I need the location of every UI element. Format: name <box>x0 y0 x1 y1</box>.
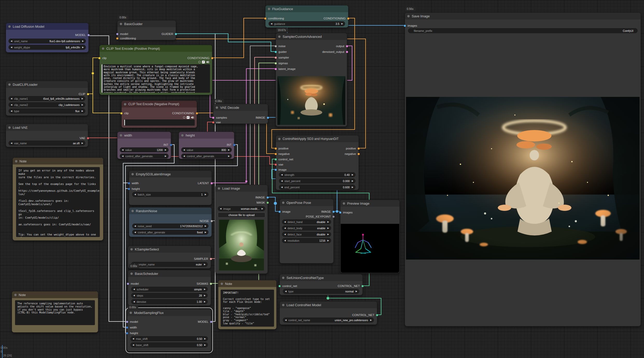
height-input-port[interactable]: height <box>128 187 140 191</box>
decrement-arrow-icon[interactable] <box>134 192 136 197</box>
port-dot-icon[interactable] <box>128 182 130 184</box>
increment-arrow-icon[interactable] <box>205 192 206 197</box>
decrement-arrow-icon[interactable] <box>122 154 123 158</box>
widget-control-after-generate[interactable]: control_after_generatefixed <box>132 230 208 235</box>
control-net-input-port[interactable]: control_net <box>278 284 297 288</box>
increment-arrow-icon[interactable] <box>327 226 329 230</box>
node-titlebar[interactable]: Load Image <box>215 185 268 192</box>
node-basic-guider[interactable]: BasicGuider model conditioning GUIDER <box>117 20 176 40</box>
node-empty-sd3-latent-image[interactable]: EmptySD3LatentImage width height LATENT … <box>129 170 212 205</box>
decrement-arrow-icon[interactable] <box>284 232 286 237</box>
node-width[interactable]: width INT value1200 control_after_genera… <box>117 132 171 159</box>
node-dual-clip-loader[interactable]: DualCLIPLoader CLIP clip_name1t5xxl_fp8_… <box>6 81 88 116</box>
increment-arrow-icon[interactable] <box>82 96 83 101</box>
conditioning-input-port[interactable]: conditioning <box>264 16 284 20</box>
node-load-diffusion-model[interactable]: Load Diffusion Model MODEL unet_nameflux… <box>6 23 89 53</box>
widget-control-after-generate[interactable]: control_after_generate. <box>181 154 232 159</box>
increment-arrow-icon[interactable] <box>352 179 353 183</box>
port-dot-icon[interactable] <box>87 34 90 36</box>
node-titlebar[interactable]: RandomNoise <box>129 207 212 214</box>
increment-arrow-icon[interactable] <box>352 173 353 177</box>
widget-unet-name[interactable]: unet_nameflux1-dev-fp8.safetensors <box>9 39 86 44</box>
port-dot-icon[interactable] <box>332 211 335 213</box>
image-input-port[interactable]: image <box>275 168 286 172</box>
clip-input-port[interactable]: clip <box>98 56 107 60</box>
port-dot-icon[interactable] <box>346 51 348 53</box>
node-titlebar[interactable]: Load ControlNet Model <box>280 302 377 308</box>
port-dot-icon[interactable] <box>170 144 172 146</box>
mask-output-port[interactable]: MASK <box>256 201 269 205</box>
model-output-port[interactable]: MODEL <box>75 33 90 37</box>
node-preview-image[interactable]: Preview Image images <box>340 200 400 273</box>
node-set-union-controlnet-type[interactable]: SetUnionControlNetType control_net CONTR… <box>279 274 363 295</box>
node-load-image[interactable]: Load Image IMAGE MASK imagewoman-medit..… <box>215 185 268 274</box>
port-dot-icon[interactable] <box>211 220 213 222</box>
decrement-arrow-icon[interactable] <box>183 148 185 152</box>
increment-arrow-icon[interactable] <box>205 224 206 228</box>
port-dot-icon[interactable] <box>212 121 214 124</box>
node-load-controlnet-model[interactable]: Load ControlNet Model CONTROL_NET contro… <box>279 301 377 325</box>
port-dot-icon[interactable] <box>275 169 277 171</box>
increment-arrow-icon[interactable] <box>204 293 206 298</box>
node-titlebar[interactable]: height <box>179 132 234 139</box>
port-dot-icon[interactable] <box>126 321 128 323</box>
port-dot-icon[interactable] <box>275 147 277 150</box>
port-dot-icon[interactable] <box>346 45 348 47</box>
node-titlebar[interactable]: ControlNetApply SD3 and HunyuanDiT <box>276 135 359 142</box>
widget-control-net-name[interactable]: control_net_nameunion_new_pro.safetensor… <box>283 318 374 323</box>
increment-arrow-icon[interactable] <box>204 299 206 304</box>
widget-image[interactable]: imagewoman-medit... <box>218 206 265 211</box>
control-net-output-port[interactable]: CONTROL_NET <box>338 284 364 288</box>
widget-base-shift[interactable]: base_shift0.50 <box>130 342 208 347</box>
widget-detect-body[interactable]: detect_bodyenable <box>282 226 331 231</box>
increment-arrow-icon[interactable] <box>165 154 166 158</box>
decrement-arrow-icon[interactable] <box>11 109 12 113</box>
decrement-arrow-icon[interactable] <box>285 289 286 293</box>
model-input-port[interactable]: model <box>127 282 139 286</box>
decrement-arrow-icon[interactable] <box>133 287 135 291</box>
node-titlebar[interactable]: BasicScheduler <box>128 270 211 277</box>
node-model-sampling-flux[interactable]: ModelSamplingFlux model width height MOD… <box>127 309 211 352</box>
node-titlebar[interactable]: CLIP Text Encode (Positive Prompt) <box>100 45 212 52</box>
increment-arrow-icon[interactable] <box>205 230 206 234</box>
port-dot-icon[interactable] <box>278 211 281 213</box>
node-titlebar[interactable]: EmptySD3LatentImage <box>129 171 212 177</box>
node-titlebar[interactable]: SamplerCustomAdvanced <box>276 33 347 40</box>
vae-input-port[interactable]: vae <box>275 162 283 167</box>
checked-checkbox-icon[interactable]: ✓ <box>202 61 205 63</box>
node-titlebar[interactable]: KSamplerSelect <box>128 246 211 253</box>
node-titlebar[interactable]: Load Diffusion Model <box>6 23 88 30</box>
port-dot-icon[interactable] <box>275 62 277 65</box>
port-dot-icon[interactable] <box>347 17 349 20</box>
port-dot-icon[interactable] <box>376 314 378 316</box>
height-input-port[interactable]: height <box>126 331 138 335</box>
comfyui-canvas[interactable]: 0.00s 19.67s 0.06s 0.00s 0.00s 0.56s Loa… <box>0 0 644 358</box>
output-output-port[interactable]: output <box>336 44 348 48</box>
port-dot-icon[interactable] <box>210 283 212 285</box>
node-titlebar[interactable]: ModelSamplingFlux <box>127 309 211 316</box>
decrement-arrow-icon[interactable] <box>11 39 12 43</box>
decrement-arrow-icon[interactable] <box>133 299 135 304</box>
image-output-port[interactable]: IMAGE <box>256 116 269 120</box>
denoised-output-port[interactable]: denoised_output <box>322 50 348 54</box>
widget-sampler-name[interactable]: sampler_nameeuler <box>131 262 208 267</box>
port-dot-icon[interactable] <box>87 137 89 139</box>
port-dot-icon[interactable] <box>404 25 406 27</box>
node-openpose-pose[interactable]: OpenPose Pose image IMAGE POSE_KEYPOINT … <box>279 199 334 263</box>
port-dot-icon[interactable] <box>116 37 118 40</box>
decrement-arrow-icon[interactable] <box>132 336 134 341</box>
port-dot-icon[interactable] <box>275 45 277 47</box>
decrement-arrow-icon[interactable] <box>285 318 286 322</box>
port-dot-icon[interactable] <box>275 163 277 166</box>
port-dot-icon[interactable] <box>361 285 364 287</box>
note-text[interactable]: If you get an error in any of the nodes … <box>16 167 100 237</box>
port-dot-icon[interactable] <box>267 117 269 119</box>
conditioning-output-port[interactable]: CONDITIONING <box>172 111 198 115</box>
port-dot-icon[interactable] <box>211 57 213 59</box>
latent-output-port[interactable]: LATENT <box>198 181 213 185</box>
widget-detect-hand[interactable]: detect_handdisable <box>282 219 331 224</box>
port-dot-icon[interactable] <box>196 112 198 114</box>
image-input-port[interactable]: image <box>278 210 290 214</box>
node-flux-guidance[interactable]: FluxGuidance conditioning CONDITIONING g… <box>265 5 348 28</box>
sampler-input-port[interactable]: sampler <box>275 55 289 60</box>
